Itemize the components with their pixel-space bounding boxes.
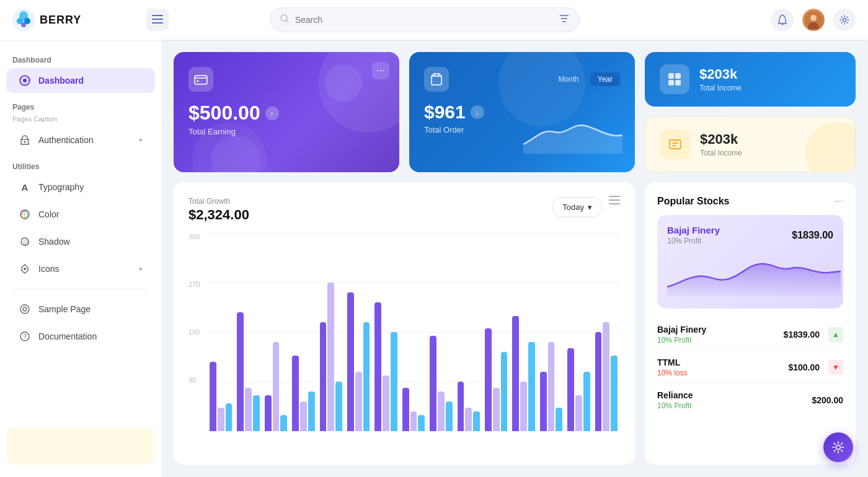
month-tab[interactable]: Month — [551, 72, 586, 86]
income-yellow-text: $203k Total Income — [700, 131, 742, 157]
bar-purple-8 — [430, 336, 436, 431]
stock-featured-name: Bajaj Finery — [667, 225, 720, 235]
main-content: ··· $500.00 ↑ Total Earning M — [161, 40, 868, 477]
bar-group-1 — [237, 233, 259, 431]
today-button[interactable]: Today ▾ — [552, 197, 603, 217]
y-label-270: 270 — [188, 281, 200, 288]
svg-point-27 — [23, 307, 27, 311]
authentication-chevron-icon: ▾ — [139, 136, 143, 144]
chart-y-labels: 360 270 180 90 0 — [188, 233, 200, 431]
sidebar-item-authentication[interactable]: Authentication ▾ — [6, 128, 155, 152]
stock-list-name-0: Bajaj Finery — [657, 325, 706, 335]
svg-rect-5 — [152, 15, 163, 16]
cards-row: ··· $500.00 ↑ Total Earning M — [174, 52, 856, 172]
chart-menu-button[interactable] — [609, 195, 620, 208]
stock-list-info-1: TTML 10% loss — [657, 357, 688, 377]
bar-group-5 — [347, 233, 370, 431]
logo-text: BERRY — [40, 14, 81, 27]
svg-rect-32 — [668, 73, 674, 79]
sidebar-item-color[interactable]: Color — [6, 202, 155, 227]
income-yellow-amount: $203k — [700, 131, 742, 147]
bar-group-9 — [458, 233, 480, 431]
bar-light-0 — [218, 408, 224, 431]
sidebar-item-sample-page[interactable]: Sample Page — [6, 297, 155, 322]
stock-list-name-2: Reliance — [657, 390, 693, 400]
filter-icon[interactable] — [559, 14, 569, 25]
y-label-180: 180 — [188, 328, 200, 336]
menu-icon — [152, 15, 163, 25]
authentication-icon — [19, 134, 31, 146]
sidebar-item-shadow-label: Shadow — [38, 237, 70, 247]
bar-purple-13 — [567, 348, 574, 431]
bar-group-11 — [512, 233, 534, 431]
bar-group-10 — [485, 233, 507, 431]
documentation-icon: ? — [19, 330, 31, 343]
svg-point-26 — [20, 305, 29, 313]
income-blue-amount: $203k — [699, 66, 742, 82]
charts-row: Total Growth $2,324.00 Today ▾ — [174, 182, 856, 465]
order-arrow-icon: ↓ — [471, 105, 484, 119]
bar-blue-14 — [611, 356, 618, 431]
svg-rect-38 — [672, 145, 676, 146]
sample-page-icon — [19, 303, 31, 315]
earning-more-button[interactable]: ··· — [372, 62, 389, 79]
settings-button[interactable] — [833, 9, 856, 31]
earning-label: Total Earning — [188, 127, 384, 136]
bar-blue-6 — [391, 332, 397, 431]
bar-light-5 — [355, 372, 362, 431]
fab-button[interactable] — [823, 432, 853, 462]
bar-blue-7 — [418, 415, 425, 431]
menu-button[interactable] — [146, 9, 169, 31]
bar-purple-14 — [595, 332, 602, 431]
stock-list-info-0: Bajaj Finery 10% Profit — [657, 325, 706, 344]
search-icon — [280, 14, 289, 25]
svg-point-21 — [24, 141, 26, 143]
stock-list-profit-0: 10% Profit — [657, 336, 706, 344]
sidebar-item-authentication-label: Authentication — [38, 135, 94, 145]
right-income-cards: $203k Total Income $203k Total Income — [645, 52, 856, 172]
order-wave-chart — [523, 116, 622, 154]
svg-point-17 — [843, 19, 846, 22]
bar-group-3 — [292, 233, 314, 431]
user-avatar[interactable] — [802, 9, 825, 31]
logo-area: BERRY — [12, 9, 136, 31]
bar-blue-1 — [253, 395, 260, 431]
main-chart: Total Growth $2,324.00 Today ▾ — [174, 182, 635, 465]
bar-purple-9 — [458, 382, 464, 431]
color-icon — [19, 208, 31, 221]
sidebar-item-icons-label: Icons — [38, 264, 59, 274]
search-input[interactable] — [295, 15, 553, 25]
bar-blue-9 — [473, 411, 480, 431]
notification-button[interactable] — [771, 9, 794, 31]
bar-blue-12 — [556, 408, 562, 431]
svg-rect-34 — [668, 80, 674, 85]
bar-group-12 — [540, 233, 562, 431]
shadow-icon — [19, 235, 31, 248]
sidebar-item-typography[interactable]: A Typography — [6, 175, 155, 199]
stock-list-profit-2: 10% Profit — [657, 401, 693, 410]
sidebar-item-shadow[interactable]: Shadow — [6, 229, 155, 254]
sidebar-item-icons[interactable]: Icons ▾ — [6, 256, 155, 281]
y-label-360: 360 — [188, 233, 200, 240]
sidebar-item-dashboard[interactable]: Dashboard — [6, 68, 155, 93]
income-card-yellow: $203k Total Income — [645, 116, 856, 172]
sidebar-item-documentation[interactable]: ? Documentation — [6, 324, 155, 349]
bar-blue-11 — [528, 342, 535, 431]
bar-group-7 — [402, 233, 425, 431]
main-layout: Dashboard Dashboard Pages Pages Caption … — [0, 40, 868, 477]
bar-group-2 — [265, 233, 287, 431]
bar-light-7 — [410, 411, 417, 431]
year-tab[interactable]: Year — [590, 72, 620, 86]
stock-card-header: Bajaj Finery 10% Profit $1839.00 — [667, 225, 833, 245]
bar-light-8 — [438, 392, 445, 431]
stock-list-item-2: Reliance 10% Profit $200.00 — [657, 384, 843, 416]
svg-rect-31 — [197, 81, 199, 82]
sidebar-section-dashboard: Dashboard — [0, 52, 161, 67]
svg-rect-30 — [195, 76, 207, 84]
sidebar-item-dashboard-label: Dashboard — [38, 76, 84, 85]
bar-light-2 — [273, 342, 280, 431]
svg-rect-7 — [152, 22, 163, 24]
stocks-more-button[interactable]: ··· — [834, 195, 843, 208]
bar-group-8 — [430, 233, 452, 431]
svg-line-9 — [286, 20, 288, 22]
